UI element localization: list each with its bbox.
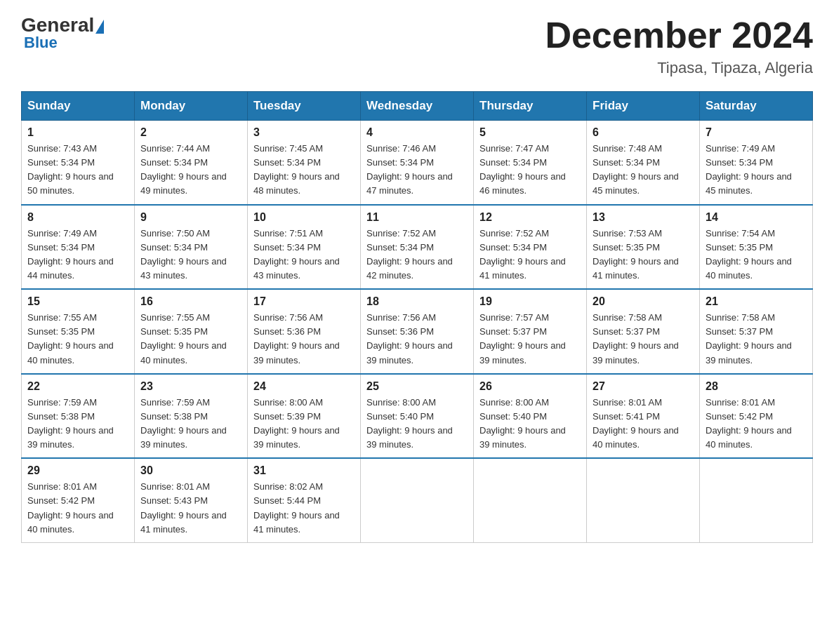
day-number: 2	[140, 126, 241, 139]
table-row: 11 Sunrise: 7:52 AM Sunset: 5:34 PM Dayl…	[361, 205, 474, 290]
col-friday: Friday	[587, 92, 700, 121]
table-row: 21 Sunrise: 7:58 AM Sunset: 5:37 PM Dayl…	[700, 289, 813, 374]
table-row: 22 Sunrise: 7:59 AM Sunset: 5:38 PM Dayl…	[22, 374, 135, 459]
day-info: Sunrise: 7:49 AM Sunset: 5:34 PM Dayligh…	[27, 227, 128, 283]
calendar-table: Sunday Monday Tuesday Wednesday Thursday…	[21, 91, 813, 543]
day-info: Sunrise: 7:55 AM Sunset: 5:35 PM Dayligh…	[27, 311, 128, 368]
day-info: Sunrise: 7:59 AM Sunset: 5:38 PM Dayligh…	[27, 396, 128, 452]
title-section: December 2024 Tipasa, Tipaza, Algeria	[545, 14, 813, 77]
calendar-week-row: 8 Sunrise: 7:49 AM Sunset: 5:34 PM Dayli…	[22, 205, 813, 290]
table-row: 14 Sunrise: 7:54 AM Sunset: 5:35 PM Dayl…	[700, 205, 813, 290]
day-info: Sunrise: 8:00 AM Sunset: 5:40 PM Dayligh…	[479, 396, 581, 452]
day-info: Sunrise: 7:58 AM Sunset: 5:37 PM Dayligh…	[593, 311, 694, 368]
day-info: Sunrise: 7:58 AM Sunset: 5:37 PM Dayligh…	[706, 311, 807, 368]
day-number: 22	[27, 380, 128, 393]
day-number: 18	[366, 295, 468, 308]
day-number: 15	[27, 295, 128, 308]
day-info: Sunrise: 8:01 AM Sunset: 5:42 PM Dayligh…	[27, 480, 128, 537]
table-row	[700, 458, 813, 542]
day-number: 24	[253, 380, 355, 393]
table-row: 26 Sunrise: 8:00 AM Sunset: 5:40 PM Dayl…	[474, 374, 587, 459]
day-info: Sunrise: 8:01 AM Sunset: 5:43 PM Dayligh…	[140, 480, 241, 537]
day-number: 31	[253, 464, 355, 477]
table-row: 12 Sunrise: 7:52 AM Sunset: 5:34 PM Dayl…	[474, 205, 587, 290]
col-sunday: Sunday	[22, 92, 135, 121]
day-number: 1	[27, 126, 128, 139]
day-number: 28	[706, 380, 807, 393]
day-info: Sunrise: 7:44 AM Sunset: 5:34 PM Dayligh…	[140, 142, 241, 199]
day-info: Sunrise: 7:45 AM Sunset: 5:34 PM Dayligh…	[253, 142, 355, 199]
table-row: 6 Sunrise: 7:48 AM Sunset: 5:34 PM Dayli…	[587, 121, 700, 205]
day-number: 26	[479, 380, 581, 393]
calendar-week-row: 15 Sunrise: 7:55 AM Sunset: 5:35 PM Dayl…	[22, 289, 813, 374]
logo: General Blue	[21, 14, 105, 52]
day-info: Sunrise: 7:49 AM Sunset: 5:34 PM Dayligh…	[706, 142, 807, 199]
day-info: Sunrise: 7:47 AM Sunset: 5:34 PM Dayligh…	[479, 142, 581, 199]
day-number: 14	[706, 211, 807, 224]
day-info: Sunrise: 7:52 AM Sunset: 5:34 PM Dayligh…	[479, 227, 581, 283]
day-number: 5	[479, 126, 581, 139]
day-info: Sunrise: 7:52 AM Sunset: 5:34 PM Dayligh…	[366, 227, 468, 283]
col-tuesday: Tuesday	[248, 92, 361, 121]
day-number: 12	[479, 211, 581, 224]
day-number: 4	[366, 126, 468, 139]
day-info: Sunrise: 7:46 AM Sunset: 5:34 PM Dayligh…	[366, 142, 468, 199]
day-info: Sunrise: 7:54 AM Sunset: 5:35 PM Dayligh…	[706, 227, 807, 283]
table-row: 28 Sunrise: 8:01 AM Sunset: 5:42 PM Dayl…	[700, 374, 813, 459]
day-info: Sunrise: 7:50 AM Sunset: 5:34 PM Dayligh…	[140, 227, 241, 283]
day-number: 21	[706, 295, 807, 308]
day-number: 6	[593, 126, 694, 139]
day-info: Sunrise: 7:43 AM Sunset: 5:34 PM Dayligh…	[27, 142, 128, 199]
day-info: Sunrise: 7:59 AM Sunset: 5:38 PM Dayligh…	[140, 396, 241, 452]
day-info: Sunrise: 7:56 AM Sunset: 5:36 PM Dayligh…	[253, 311, 355, 368]
table-row: 17 Sunrise: 7:56 AM Sunset: 5:36 PM Dayl…	[248, 289, 361, 374]
table-row: 31 Sunrise: 8:02 AM Sunset: 5:44 PM Dayl…	[248, 458, 361, 542]
page-header: General Blue December 2024 Tipasa, Tipaz…	[21, 14, 813, 77]
table-row	[361, 458, 474, 542]
day-number: 20	[593, 295, 694, 308]
table-row: 16 Sunrise: 7:55 AM Sunset: 5:35 PM Dayl…	[135, 289, 248, 374]
day-info: Sunrise: 7:55 AM Sunset: 5:35 PM Dayligh…	[140, 311, 241, 368]
day-info: Sunrise: 7:51 AM Sunset: 5:34 PM Dayligh…	[253, 227, 355, 283]
table-row: 25 Sunrise: 8:00 AM Sunset: 5:40 PM Dayl…	[361, 374, 474, 459]
table-row: 15 Sunrise: 7:55 AM Sunset: 5:35 PM Dayl…	[22, 289, 135, 374]
day-info: Sunrise: 7:57 AM Sunset: 5:37 PM Dayligh…	[479, 311, 581, 368]
day-number: 13	[593, 211, 694, 224]
location: Tipasa, Tipaza, Algeria	[545, 59, 813, 77]
day-number: 25	[366, 380, 468, 393]
table-row: 27 Sunrise: 8:01 AM Sunset: 5:41 PM Dayl…	[587, 374, 700, 459]
table-row: 30 Sunrise: 8:01 AM Sunset: 5:43 PM Dayl…	[135, 458, 248, 542]
table-row: 9 Sunrise: 7:50 AM Sunset: 5:34 PM Dayli…	[135, 205, 248, 290]
day-number: 30	[140, 464, 241, 477]
calendar-week-row: 22 Sunrise: 7:59 AM Sunset: 5:38 PM Dayl…	[22, 374, 813, 459]
day-info: Sunrise: 8:00 AM Sunset: 5:39 PM Dayligh…	[253, 396, 355, 452]
table-row: 3 Sunrise: 7:45 AM Sunset: 5:34 PM Dayli…	[248, 121, 361, 205]
day-number: 11	[366, 211, 468, 224]
day-info: Sunrise: 7:56 AM Sunset: 5:36 PM Dayligh…	[366, 311, 468, 368]
calendar-week-row: 1 Sunrise: 7:43 AM Sunset: 5:34 PM Dayli…	[22, 121, 813, 205]
day-number: 16	[140, 295, 241, 308]
day-info: Sunrise: 8:00 AM Sunset: 5:40 PM Dayligh…	[366, 396, 468, 452]
col-thursday: Thursday	[474, 92, 587, 121]
day-number: 17	[253, 295, 355, 308]
col-wednesday: Wednesday	[361, 92, 474, 121]
table-row: 2 Sunrise: 7:44 AM Sunset: 5:34 PM Dayli…	[135, 121, 248, 205]
logo-blue: Blue	[24, 34, 58, 52]
col-monday: Monday	[135, 92, 248, 121]
day-number: 23	[140, 380, 241, 393]
table-row: 10 Sunrise: 7:51 AM Sunset: 5:34 PM Dayl…	[248, 205, 361, 290]
day-info: Sunrise: 7:53 AM Sunset: 5:35 PM Dayligh…	[593, 227, 694, 283]
day-number: 19	[479, 295, 581, 308]
col-saturday: Saturday	[700, 92, 813, 121]
table-row: 24 Sunrise: 8:00 AM Sunset: 5:39 PM Dayl…	[248, 374, 361, 459]
table-row: 29 Sunrise: 8:01 AM Sunset: 5:42 PM Dayl…	[22, 458, 135, 542]
table-row: 13 Sunrise: 7:53 AM Sunset: 5:35 PM Dayl…	[587, 205, 700, 290]
table-row	[474, 458, 587, 542]
table-row: 20 Sunrise: 7:58 AM Sunset: 5:37 PM Dayl…	[587, 289, 700, 374]
day-number: 29	[27, 464, 128, 477]
day-number: 10	[253, 211, 355, 224]
logo-triangle-icon	[95, 20, 104, 34]
table-row: 1 Sunrise: 7:43 AM Sunset: 5:34 PM Dayli…	[22, 121, 135, 205]
day-number: 9	[140, 211, 241, 224]
table-row	[587, 458, 700, 542]
